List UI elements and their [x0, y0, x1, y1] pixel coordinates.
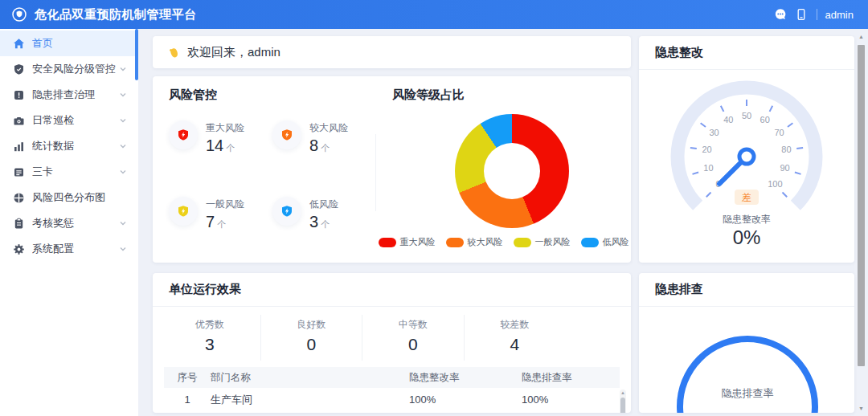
ring-label: 隐患排查率	[722, 387, 774, 399]
sidebar-item-label: 统计数据	[32, 139, 119, 153]
sidebar-item-label: 日常巡检	[32, 113, 119, 128]
scrollbar-thumb[interactable]	[858, 45, 865, 366]
sidebar-item-statistics[interactable]: 统计数据	[0, 133, 138, 159]
scroll-up-icon[interactable]: ▲	[620, 389, 626, 397]
sidebar-item-label: 安全风险分级管控	[32, 62, 119, 76]
risk-stat-major: 重大风险 14个	[169, 120, 272, 155]
sidebar-item-daily-inspection[interactable]: 日常巡检	[0, 108, 138, 133]
svg-text:差: 差	[741, 192, 751, 203]
svg-text:60: 60	[760, 115, 770, 124]
svg-text:50: 50	[742, 111, 751, 120]
cards-icon	[13, 166, 25, 178]
scroll-down-icon[interactable]: ▼	[854, 406, 868, 411]
rectification-gauge-chart: 0 10 20 30 40 50 60 70 80 90 100 差	[639, 78, 854, 216]
legend-item-general[interactable]: 一般风险	[514, 236, 571, 248]
app-logo-icon	[11, 6, 27, 22]
risk-stat-low: 低风险 3个	[272, 197, 376, 231]
table-row: 2 生产技术部 0% 0.23%	[164, 411, 620, 413]
summary-poor: 较差数 4	[465, 315, 566, 361]
gear-icon	[13, 243, 25, 255]
sidebar-item-label: 考核奖惩	[32, 216, 119, 230]
four-color-icon	[13, 192, 25, 204]
sidebar-item-label: 系统配置	[32, 242, 119, 256]
inspect-ring-chart: 隐患排查率	[639, 307, 854, 413]
table-header-row: 序号 部门名称 隐患整改率 隐患排查率	[164, 367, 620, 388]
gauge-grade-badge: 差	[735, 190, 759, 205]
gauge-needle-cap	[739, 149, 754, 164]
summary-good: 良好数 0	[261, 315, 363, 361]
header-divider	[817, 9, 817, 20]
sidebar-item-four-color-map[interactable]: 风险四色分布图	[0, 185, 138, 210]
svg-text:40: 40	[723, 115, 733, 124]
shield-icon	[169, 197, 198, 226]
sidebar-item-label: 三卡	[32, 165, 119, 179]
shield-icon	[272, 120, 301, 149]
risk-level-donut-chart	[455, 114, 569, 228]
sidebar-item-label: 风险四色分布图	[32, 190, 127, 205]
sidebar-item-label: 首页	[32, 36, 127, 51]
sidebar-nav: 首页 安全风险分级管控 隐患排查治理 日常巡检	[0, 29, 138, 416]
chevron-down-icon	[119, 91, 127, 99]
welcome-banner: 欢迎回来，admin	[153, 36, 631, 68]
sidebar-item-home[interactable]: 首页	[0, 31, 138, 56]
dashboard-page: 危化品双重预防机制管理平台 admin 首页	[0, 0, 868, 416]
app-title: 危化品双重预防机制管理平台	[35, 7, 197, 22]
risk-panel-title: 风险管控	[169, 88, 376, 103]
unit-effect-title: 单位运行效果	[169, 282, 241, 297]
sidebar-item-settings[interactable]: 系统配置	[0, 236, 138, 262]
shield-icon	[13, 63, 25, 75]
chevron-down-icon	[119, 219, 127, 227]
svg-text:90: 90	[780, 163, 789, 173]
hazard-box-icon	[13, 89, 25, 101]
sidebar-item-assessment[interactable]: 考核奖惩	[0, 210, 138, 236]
summary-excellent: 优秀数 3	[159, 315, 261, 361]
scroll-up-icon[interactable]: ▲	[854, 34, 868, 39]
clipboard-icon	[13, 218, 25, 230]
svg-text:100: 100	[768, 179, 782, 189]
legend-item-low[interactable]: 低风险	[581, 236, 629, 248]
sidebar-item-three-cards[interactable]: 三卡	[0, 159, 138, 185]
risk-stats-grid: 重大风险 14个 较大风险 8个	[169, 120, 376, 231]
table-row: 1 生产车间 100% 100%	[164, 388, 620, 411]
sidebar-item-risk-control[interactable]: 安全风险分级管控	[0, 56, 138, 82]
shield-icon	[169, 120, 198, 149]
summary-medium: 中等数 0	[362, 315, 465, 361]
svg-text:30: 30	[709, 128, 719, 137]
shield-icon	[272, 197, 301, 226]
sidebar-item-hazard-treatment[interactable]: 隐患排查治理	[0, 82, 138, 108]
pie-legend: 重大风险 较大风险 一般风险 低风险	[376, 236, 631, 248]
unit-effect-panel: 单位运行效果 优秀数 3 良好数 0 中等数 0 较差数 4 序号 部门名称	[153, 273, 631, 413]
risk-stat-general: 一般风险 7个	[169, 197, 272, 231]
effect-summary: 优秀数 3 良好数 0 中等数 0 较差数 4	[159, 315, 565, 361]
sidebar-scrollbar[interactable]	[135, 29, 138, 80]
gauge-metric-value: 0%	[639, 226, 854, 249]
chevron-down-icon	[119, 168, 127, 176]
chevron-down-icon	[119, 245, 127, 253]
pie-panel-title: 风险等级占比	[392, 88, 631, 103]
svg-text:20: 20	[702, 145, 711, 154]
sidebar-item-label: 隐患排查治理	[32, 88, 119, 102]
svg-text:70: 70	[774, 128, 784, 137]
risk-stat-larger: 较大风险 8个	[272, 120, 376, 155]
risk-panel: 风险管控 重大风险 14个 较大风险	[153, 76, 631, 263]
welcome-text: 欢迎回来，admin	[187, 45, 280, 60]
home-icon	[13, 38, 25, 50]
svg-text:10: 10	[703, 163, 713, 173]
bar-chart-icon	[13, 141, 25, 153]
legend-item-larger[interactable]: 较大风险	[446, 236, 503, 248]
message-icon[interactable]	[770, 4, 791, 25]
mobile-icon[interactable]	[791, 4, 812, 25]
app-header: 危化品双重预防机制管理平台 admin	[0, 0, 868, 29]
hazard-inspect-title: 隐患排查	[655, 282, 703, 297]
chevron-down-icon	[119, 116, 127, 124]
table-scrollbar[interactable]: ▲	[620, 389, 626, 413]
wave-hand-icon	[167, 46, 181, 59]
hazard-inspect-panel: 隐患排查 隐患排查率	[639, 273, 854, 413]
chevron-down-icon	[119, 142, 127, 150]
user-menu[interactable]: admin	[825, 9, 857, 21]
camera-icon	[13, 115, 25, 127]
legend-item-major[interactable]: 重大风险	[379, 236, 436, 248]
rectification-title: 隐患整改	[655, 45, 703, 60]
effect-table: 序号 部门名称 隐患整改率 隐患排查率 1 生产车间 100% 100% 2 生…	[164, 367, 620, 413]
page-scrollbar[interactable]: ▲ ▼	[854, 29, 868, 416]
